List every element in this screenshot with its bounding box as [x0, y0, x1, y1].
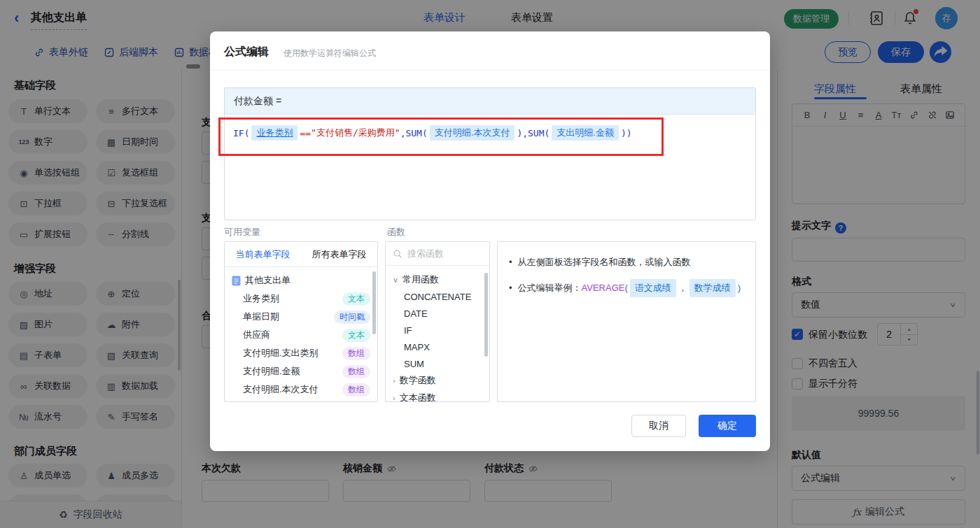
help-text: 公式编辑举例：: [518, 280, 582, 296]
variable-item[interactable]: 单据日期时间戳: [225, 308, 377, 326]
variable-name: 业务类别: [232, 292, 342, 305]
type-badge: 文本: [342, 292, 370, 306]
type-badge: 数组: [342, 383, 370, 397]
type-badge: 时间戳: [334, 311, 370, 324]
function-name: MAPX: [404, 342, 430, 352]
function-item[interactable]: SUM: [386, 355, 489, 372]
function-name: IF: [404, 325, 412, 336]
variable-item[interactable]: 供应商文本: [225, 326, 377, 344]
tab-all-form-fields[interactable]: 所有表单字段: [301, 242, 377, 266]
chevron-down-icon: ∨: [393, 276, 398, 285]
variables-label: 可用变量: [224, 226, 260, 238]
functions-panel: ∨常用函数 CONCATENATE DATE IF MAPX SUM ›数学函数…: [385, 241, 490, 402]
chevron-right-icon: ›: [393, 394, 396, 402]
function-name: DATE: [404, 308, 428, 319]
close-icon[interactable]: ×: [951, 43, 960, 58]
function-item[interactable]: CONCATENATE: [386, 288, 489, 305]
function-group-math[interactable]: ›数学函数: [386, 372, 489, 389]
example-separator: ，: [678, 280, 687, 296]
function-item[interactable]: IF: [386, 322, 489, 338]
group-label: 文本函数: [400, 392, 436, 402]
variable-item[interactable]: 业务类别文本: [225, 290, 377, 308]
help-example-line: • 公式编辑举例： AVERAGE ( 语文成绩 ， 数学成绩 ): [509, 279, 744, 297]
help-line: •从左侧面板选择字段名和函数，或输入函数: [509, 255, 744, 270]
function-item[interactable]: MAPX: [386, 338, 489, 355]
variable-name: 支付明细.支出类别: [232, 347, 342, 359]
variable-name: 其他支出单: [241, 274, 370, 287]
example-paren: (: [624, 280, 627, 296]
variable-item[interactable]: 支付明细.金额数组: [225, 362, 377, 380]
variable-name: 支付明细.本次支付: [232, 383, 342, 396]
functions-label: 函数: [387, 226, 405, 238]
variables-scrollbar[interactable]: [372, 271, 376, 334]
example-paren: ): [738, 280, 741, 296]
variable-item[interactable]: 支付明细.支出类别数组: [225, 344, 377, 362]
search-icon: [393, 249, 402, 259]
function-search[interactable]: [386, 242, 489, 266]
example-function-name: AVERAGE: [582, 280, 625, 296]
example-field-chip: 语文成绩: [630, 279, 676, 297]
chevron-right-icon: ›: [393, 376, 396, 385]
functions-scrollbar[interactable]: [484, 273, 488, 357]
formula-help-panel: •从左侧面板选择字段名和函数，或输入函数 • 公式编辑举例： AVERAGE (…: [497, 241, 756, 402]
annotation-highlight-box: [218, 117, 664, 156]
type-badge: 文本: [342, 329, 370, 342]
function-group-common[interactable]: ∨常用函数: [386, 271, 489, 288]
variables-panel: 当前表单字段 所有表单字段 其他支出单 业务类别文本 单据日期时间戳 供应商文本…: [224, 241, 378, 402]
variables-tabs: 当前表单字段 所有表单字段: [225, 242, 377, 267]
type-badge: 数组: [342, 365, 370, 378]
modal-title: 公式编辑: [224, 45, 269, 59]
variable-item[interactable]: 支付明细.本次支付数组: [225, 380, 377, 399]
confirm-button[interactable]: 确定: [699, 415, 756, 437]
variable-name: 单据日期: [232, 311, 334, 323]
formula-target-field: 付款金额 =: [225, 88, 755, 115]
variable-root-item[interactable]: 其他支出单: [225, 271, 377, 290]
modal-subtitle: 使用数学运算符编辑公式: [284, 48, 376, 59]
function-item[interactable]: DATE: [386, 305, 489, 322]
formula-edit-modal: 公式编辑 使用数学运算符编辑公式 × 付款金额 = IF( 业务类别 == "支…: [210, 31, 770, 451]
group-label: 数学函数: [400, 374, 436, 387]
type-badge: 数组: [342, 347, 370, 360]
group-label: 常用函数: [402, 273, 439, 286]
cancel-button[interactable]: 取消: [631, 415, 686, 437]
form-doc-icon: [232, 276, 241, 286]
variable-name: 支付明细.金额: [232, 365, 342, 378]
function-search-input[interactable]: [407, 248, 477, 259]
function-group-text[interactable]: ›文本函数: [386, 390, 489, 402]
function-name: CONCATENATE: [404, 292, 471, 302]
help-text: 从左侧面板选择字段名和函数，或输入函数: [518, 255, 691, 270]
tab-current-form-fields[interactable]: 当前表单字段: [225, 242, 301, 266]
example-field-chip: 数学成绩: [690, 279, 736, 297]
variable-name: 供应商: [232, 329, 342, 341]
divider: [210, 70, 770, 71]
function-name: SUM: [404, 359, 424, 369]
